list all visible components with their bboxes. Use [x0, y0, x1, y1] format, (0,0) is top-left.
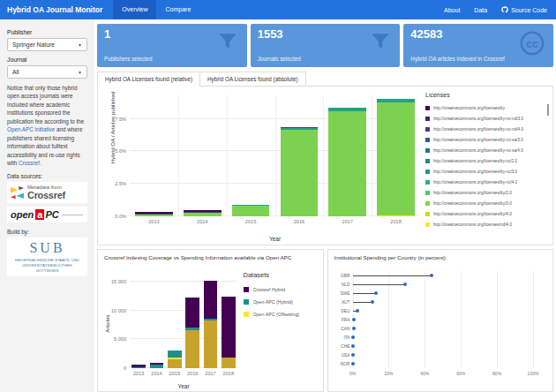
license-chart-tabs: Hybrid OA Licenses found (relative) Hybr…: [97, 72, 553, 87]
stat-card-journals: 1553 Journals selected: [251, 24, 401, 67]
country-label: SWE: [341, 291, 350, 296]
bar-segment[interactable]: [232, 206, 270, 216]
x-tick-label: 2018: [223, 371, 234, 376]
bar-segment[interactable]: [328, 108, 366, 111]
nav-link-data[interactable]: Data: [474, 7, 487, 13]
nav-link-about[interactable]: About: [444, 7, 460, 13]
y-axis-label: Articles: [104, 289, 110, 359]
legend-swatch: [425, 117, 430, 121]
bar-segment[interactable]: [222, 297, 236, 358]
bar-segment[interactable]: [185, 330, 199, 368]
publisher-label: Publisher: [7, 29, 87, 35]
bar-segment[interactable]: [377, 102, 415, 215]
tab-licenses-absolute[interactable]: Hybrid OA Licenses found (absolute): [200, 72, 306, 86]
gridline: [425, 271, 425, 368]
lollipop-dot[interactable]: [352, 318, 356, 321]
bar-segment[interactable]: [168, 359, 182, 368]
x-tick-label: 2014: [197, 219, 207, 224]
spending-chart-plot[interactable]: 0%20%40%60%80%100%GBRNLDSWEAUTDEUFRACANI…: [353, 271, 534, 368]
lollipop-stem: [353, 275, 432, 276]
gridline: [178, 95, 179, 216]
bar-segment[interactable]: [281, 127, 319, 128]
publisher-select[interactable]: Springer Nature ▼: [7, 38, 87, 51]
x-axis-label: Year: [130, 383, 237, 389]
legend-scrollbar[interactable]: [547, 104, 549, 116]
lollipop-dot[interactable]: [352, 327, 356, 330]
crossref-logo: Metadata from Crossref: [7, 182, 87, 203]
bar-segment[interactable]: [150, 363, 164, 365]
legend-swatch: [244, 287, 249, 292]
legend-swatch: [425, 222, 430, 227]
lollipop-dot[interactable]: [351, 353, 355, 357]
coverage-panel-title: Crossref Indexing Coverage vs Spending I…: [98, 250, 323, 262]
journal-label: Journal: [7, 57, 87, 63]
x-tick-label: 20%: [384, 371, 393, 376]
bar-segment[interactable]: [377, 99, 415, 102]
bar-segment[interactable]: [204, 320, 218, 368]
country-label: NOR: [341, 362, 350, 366]
bar-segment[interactable]: [328, 111, 366, 216]
bar-segment[interactable]: [185, 328, 199, 330]
gridline: [275, 95, 276, 216]
legend-item: http://creativecommons.org/licenses/by/3…: [425, 198, 549, 208]
license-chart-plot[interactable]: 0.0%2.5%5.0%7.5%: [130, 95, 420, 216]
lollipop-dot[interactable]: [374, 291, 378, 295]
bar-segment[interactable]: [185, 298, 199, 328]
gridline: [533, 271, 534, 368]
chevron-down-icon: ▼: [78, 70, 82, 75]
legend-swatch: [425, 138, 430, 142]
legend-item: http://creativecommons.org/licenses/by: [425, 102, 549, 113]
bar-segment[interactable]: [184, 213, 222, 216]
lollipop-dot[interactable]: [430, 274, 433, 277]
lollipop-dot[interactable]: [351, 335, 355, 339]
country-label: CHE: [341, 344, 349, 349]
lollipop-dot[interactable]: [356, 309, 359, 313]
country-label: FRA: [342, 318, 350, 322]
nav-tab-overview[interactable]: Overview: [113, 0, 156, 19]
legend-label: http://creativecommons.org/licenses/by-n…: [433, 117, 523, 121]
data-sources-label: Data sources:: [7, 173, 87, 179]
legend-item: http://creativecommons.org/licenses/by-n…: [425, 177, 549, 187]
legend-label: Open APC (Hybrid): [253, 299, 293, 305]
legend-title: Licenses: [425, 92, 549, 98]
bar-segment[interactable]: [232, 205, 270, 206]
legend-label: http://creativecommons.org/licenses/by/4…: [433, 212, 512, 216]
x-tick-label: 40%: [420, 371, 429, 376]
x-tick-label: 2016: [187, 371, 198, 376]
lollipop-dot[interactable]: [403, 283, 407, 286]
bar-segment[interactable]: [135, 215, 173, 216]
legend-swatch: [425, 212, 430, 216]
spending-panel-title: Institutional Spending per Country (in p…: [328, 250, 553, 262]
bar-segment[interactable]: [281, 128, 319, 130]
bar-segment[interactable]: [168, 358, 182, 359]
legend-item: Open APC (Hybrid): [244, 296, 318, 308]
y-tick-label: 2.5%: [115, 181, 126, 186]
bar-segment[interactable]: [135, 212, 173, 214]
country-label: NLD: [342, 283, 350, 287]
bar-segment[interactable]: [204, 281, 218, 319]
crossref-link[interactable]: Crossref: [19, 160, 40, 166]
bar-segment[interactable]: [281, 130, 319, 216]
nav-tab-compare[interactable]: Compare: [156, 0, 199, 19]
bar-segment[interactable]: [131, 365, 146, 367]
nav-link-source-code[interactable]: Source Code: [501, 6, 547, 13]
bar-segment[interactable]: [222, 358, 236, 368]
lollipop-dot[interactable]: [351, 344, 355, 348]
main-content: 1 Publishers selected 1553 Journals sele…: [94, 19, 556, 392]
bar-segment[interactable]: [168, 351, 182, 358]
lollipop-dot[interactable]: [371, 300, 374, 304]
legend-item: http://creativecommons.org/licenses/by-n…: [425, 166, 549, 177]
open-apc-link[interactable]: Open APC initiative: [7, 126, 55, 132]
x-tick-label: 2015: [169, 371, 180, 376]
lollipop-dot[interactable]: [351, 362, 355, 366]
bar-segment[interactable]: [131, 367, 146, 368]
bar-segment[interactable]: [184, 210, 222, 212]
gridline: [461, 271, 462, 368]
y-tick-label: 0.0%: [115, 214, 126, 219]
y-tick-label: 0: [124, 366, 126, 371]
legend-label: Crossref Hybrid: [253, 287, 286, 292]
journal-select[interactable]: All ▼: [7, 65, 87, 79]
coverage-chart-plot[interactable]: 05 00010 00015 000: [130, 275, 237, 368]
bar-segment[interactable]: [204, 319, 218, 320]
bar-segment[interactable]: [150, 365, 164, 368]
